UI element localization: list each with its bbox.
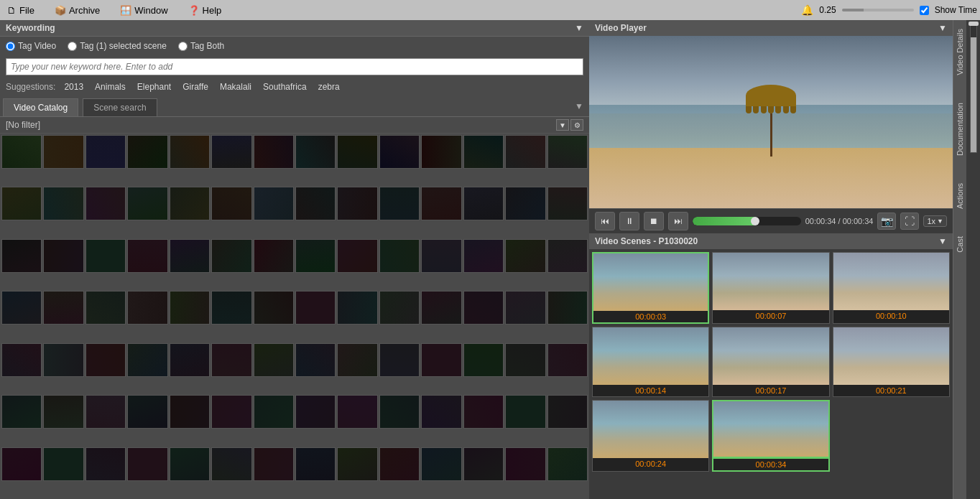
video-thumb[interactable] xyxy=(43,291,83,325)
scene-thumb[interactable]: 00:00:07 xyxy=(712,252,829,324)
video-thumb[interactable] xyxy=(379,187,420,220)
keywording-collapse-icon[interactable]: ▼ xyxy=(575,23,583,33)
video-thumb[interactable] xyxy=(170,395,210,429)
video-thumb[interactable] xyxy=(505,187,545,220)
video-thumb[interactable] xyxy=(211,343,251,377)
stop-button[interactable]: ⏹ xyxy=(644,212,664,230)
video-thumb[interactable] xyxy=(379,135,420,169)
video-thumb[interactable] xyxy=(85,447,126,481)
video-thumb[interactable] xyxy=(463,291,504,325)
snapshot-button[interactable]: 📷 xyxy=(877,213,896,230)
video-thumb[interactable] xyxy=(337,187,377,220)
video-thumb[interactable] xyxy=(211,187,251,220)
video-thumb[interactable] xyxy=(254,135,294,169)
video-thumb[interactable] xyxy=(505,447,545,481)
scene-thumb-active[interactable]: 00:00:34 xyxy=(712,400,829,472)
video-thumb[interactable] xyxy=(85,291,126,325)
video-thumb[interactable] xyxy=(211,135,251,169)
video-thumb[interactable] xyxy=(170,343,210,377)
video-thumb[interactable] xyxy=(127,291,167,325)
video-thumb[interactable] xyxy=(295,187,336,220)
video-thumb[interactable] xyxy=(254,395,294,429)
scene-thumb[interactable]: 00:00:14 xyxy=(592,327,709,397)
video-thumb[interactable] xyxy=(463,239,504,273)
menu-archive[interactable]: 📦 Archive xyxy=(50,4,104,17)
video-thumb[interactable] xyxy=(379,239,420,273)
video-thumb[interactable] xyxy=(547,135,588,169)
filter-dropdown[interactable]: ▼ xyxy=(556,119,569,131)
video-thumb[interactable] xyxy=(85,187,126,220)
video-thumb[interactable] xyxy=(463,395,504,429)
video-thumb[interactable] xyxy=(295,395,336,429)
suggestion-giraffe[interactable]: Giraffe xyxy=(180,81,211,93)
menu-window[interactable]: 🪟 Window xyxy=(116,4,172,17)
suggestion-southafrica[interactable]: Southafrica xyxy=(260,81,310,93)
tag-both-option[interactable]: Tag Both xyxy=(178,41,224,51)
video-thumb[interactable] xyxy=(127,239,167,273)
show-time-checkbox[interactable] xyxy=(920,6,929,15)
video-thumb[interactable] xyxy=(1,239,42,273)
video-thumb[interactable] xyxy=(379,447,420,481)
video-thumb[interactable] xyxy=(379,395,420,429)
pause-button[interactable]: ⏸ xyxy=(619,212,639,230)
fullscreen-button[interactable]: ⛶ xyxy=(900,213,919,230)
video-thumb[interactable] xyxy=(43,239,83,273)
video-thumb[interactable] xyxy=(295,135,336,169)
video-thumb[interactable] xyxy=(170,187,210,220)
tab-cast[interactable]: Cast xyxy=(956,233,964,256)
video-thumb[interactable] xyxy=(463,343,504,377)
video-thumb[interactable] xyxy=(547,447,588,481)
video-thumb[interactable] xyxy=(337,135,377,169)
video-thumb[interactable] xyxy=(1,395,42,429)
video-thumb[interactable] xyxy=(127,187,167,220)
tab-scroll-arrow[interactable]: ▼ xyxy=(569,98,589,114)
video-thumb[interactable] xyxy=(170,239,210,273)
tab-video-catalog[interactable]: Video Catalog xyxy=(3,98,78,116)
video-thumb[interactable] xyxy=(505,291,545,325)
video-thumb[interactable] xyxy=(43,395,83,429)
video-thumb[interactable] xyxy=(421,187,461,220)
suggestion-2013[interactable]: 2013 xyxy=(61,81,86,93)
video-thumb[interactable] xyxy=(1,343,42,377)
video-thumb[interactable] xyxy=(421,343,461,377)
progress-bar[interactable] xyxy=(693,217,801,225)
scene-thumb[interactable]: 00:00:24 xyxy=(592,400,709,472)
video-thumb[interactable] xyxy=(505,135,545,169)
tab-video-details[interactable]: Video Details xyxy=(956,26,964,78)
video-thumb[interactable] xyxy=(85,395,126,429)
video-thumb[interactable] xyxy=(211,239,251,273)
video-thumb[interactable] xyxy=(337,239,377,273)
video-thumb[interactable] xyxy=(85,135,126,169)
video-thumb[interactable] xyxy=(505,343,545,377)
scene-thumb[interactable]: 00:00:10 xyxy=(833,252,950,324)
video-thumb[interactable] xyxy=(337,291,377,325)
video-thumb[interactable] xyxy=(1,447,42,481)
video-thumb[interactable] xyxy=(254,239,294,273)
suggestion-zebra[interactable]: zebra xyxy=(315,81,343,93)
tag-video-option[interactable]: Tag Video xyxy=(6,41,56,51)
filter-options[interactable]: ⚙ xyxy=(570,119,583,131)
video-thumb[interactable] xyxy=(505,395,545,429)
video-thumb[interactable] xyxy=(337,447,377,481)
video-thumb[interactable] xyxy=(547,343,588,377)
video-thumb[interactable] xyxy=(211,447,251,481)
video-thumb[interactable] xyxy=(295,343,336,377)
video-thumb[interactable] xyxy=(295,447,336,481)
video-thumb[interactable] xyxy=(421,239,461,273)
suggestion-animals[interactable]: Animals xyxy=(92,81,129,93)
video-thumb[interactable] xyxy=(547,291,588,325)
video-thumb[interactable] xyxy=(463,447,504,481)
video-thumb[interactable] xyxy=(379,291,420,325)
video-thumb[interactable] xyxy=(421,135,461,169)
video-thumb[interactable] xyxy=(254,447,294,481)
video-thumb[interactable] xyxy=(505,239,545,273)
scene-thumb[interactable]: 00:00:21 xyxy=(833,327,950,397)
video-thumb[interactable] xyxy=(43,135,83,169)
video-thumb[interactable] xyxy=(547,239,588,273)
video-thumb[interactable] xyxy=(43,447,83,481)
video-thumb[interactable] xyxy=(337,343,377,377)
video-thumb[interactable] xyxy=(211,291,251,325)
keyword-input[interactable] xyxy=(6,58,583,75)
volume-slider[interactable] xyxy=(842,9,914,11)
scene-thumb[interactable]: 00:00:03 xyxy=(592,252,709,324)
